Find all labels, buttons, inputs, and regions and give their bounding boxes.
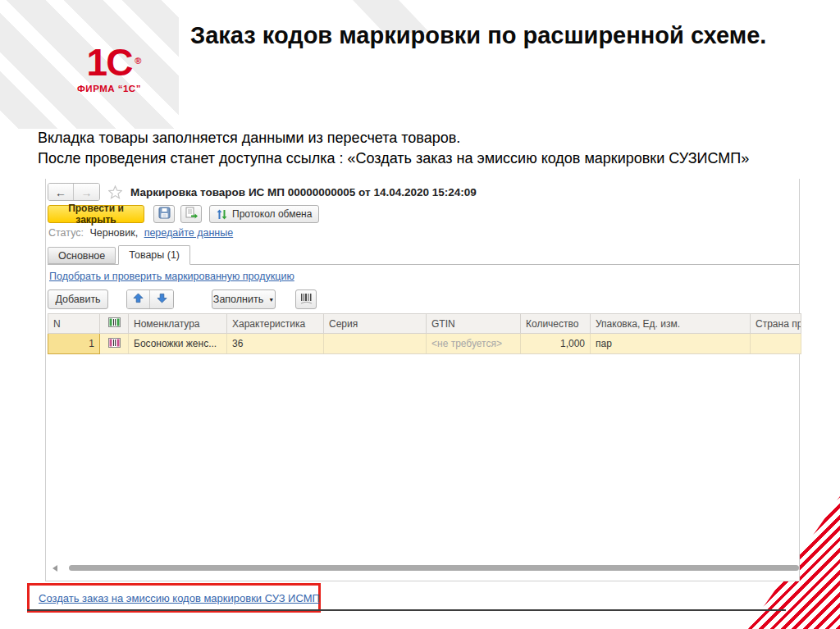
tab-main-label: Основное	[58, 250, 105, 262]
post-document-icon	[185, 207, 198, 221]
chevron-down-icon: ▼	[268, 297, 274, 303]
exchange-arrows-icon	[217, 209, 227, 220]
window-title: Маркировка товаров ИС МП 00000000005 от …	[130, 186, 477, 198]
cell-gtin[interactable]: <не требуется>	[427, 334, 521, 354]
arrow-up-icon	[133, 293, 144, 306]
forward-arrow-icon: →	[81, 186, 93, 199]
post-and-close-button[interactable]: Провести и закрыть	[48, 205, 144, 223]
toolbar: Провести и закрыть Протокол обмена	[48, 204, 319, 224]
tabs-bar: Основное Товары (1)	[48, 245, 799, 265]
cell-unit[interactable]: пар	[591, 334, 751, 354]
annotation-red-box: Создать заказ на эмиссию кодов маркировк…	[27, 583, 321, 613]
header-marking-icon-cell	[100, 314, 129, 334]
exchange-protocol-label: Протокол обмена	[232, 208, 312, 220]
nav-button-group: ← →	[48, 183, 100, 201]
cell-quantity[interactable]: 1,000	[521, 334, 591, 354]
cell-characteristic[interactable]: 36	[227, 334, 324, 354]
move-down-button[interactable]	[150, 290, 173, 308]
fill-button[interactable]: Заполнить ▼	[212, 289, 276, 309]
logo-mark-text: 1С	[87, 41, 132, 84]
logo-firm-text: ФИРМА “1С”	[64, 84, 154, 93]
scroll-left-arrow-icon[interactable]	[52, 565, 57, 572]
header-packaging-unit: Упаковка, Ед. изм.	[591, 314, 751, 334]
horizontal-scrollbar[interactable]	[48, 563, 799, 573]
move-up-button[interactable]	[127, 290, 150, 308]
tab-main[interactable]: Основное	[48, 247, 116, 264]
command-bar: Добавить Заполнить ▼	[48, 289, 317, 310]
arrow-down-icon	[157, 293, 167, 306]
move-button-group	[126, 289, 174, 309]
back-arrow-icon: ←	[55, 186, 66, 199]
header-gtin: GTIN	[427, 314, 521, 334]
tab-goods-label: Товары (1)	[129, 249, 180, 261]
table-header-row: N Номенклатура Характеристика Серия GTIN…	[48, 314, 801, 334]
slide: 1С® ФИРМА “1С” Заказ кодов маркировки по…	[0, 0, 840, 629]
send-data-link[interactable]: передайте данные	[144, 227, 234, 239]
header-characteristic: Характеристика	[227, 314, 324, 334]
header-country: Страна пр	[751, 314, 801, 334]
tab-goods[interactable]: Товары (1)	[118, 245, 190, 265]
logo-mark: 1С®	[87, 43, 132, 82]
create-emission-order-link[interactable]: Создать заказ на эмиссию кодов маркировк…	[39, 592, 320, 604]
post-document-button[interactable]	[180, 205, 202, 223]
marking-code-green-icon	[108, 318, 121, 330]
logo-1c: 1С® ФИРМА “1С”	[64, 43, 154, 93]
cell-marking-icon[interactable]	[100, 334, 129, 354]
status-label: Статус:	[48, 227, 84, 239]
header-nomenclature: Номенклатура	[129, 314, 227, 334]
cell-nomenclature[interactable]: Босоножки женс...	[129, 334, 227, 354]
forward-button[interactable]: →	[74, 184, 99, 201]
barcode-scan-button[interactable]	[295, 289, 317, 309]
pick-and-check-link[interactable]: Подобрать и проверить маркированную прод…	[49, 271, 294, 282]
slide-title: Заказ кодов маркировки по расширенной сх…	[190, 20, 797, 52]
cell-series[interactable]	[324, 334, 427, 354]
status-row: Статус: Черновик, передайте данные	[48, 227, 233, 239]
back-button[interactable]: ←	[48, 184, 74, 201]
marking-code-pink-icon	[108, 339, 121, 350]
bottom-divider-line	[27, 609, 786, 611]
intro-line-2: После проведения станет доступна ссылка …	[38, 148, 749, 169]
header-quantity: Количество	[521, 314, 591, 334]
barcode-icon	[299, 293, 313, 307]
logo-registered-icon: ®	[135, 41, 141, 80]
save-button[interactable]	[153, 205, 175, 223]
app-window: ← → Маркировка товаров ИС МП 00000000005…	[45, 179, 800, 581]
scrollbar-thumb[interactable]	[69, 565, 799, 571]
header-series: Серия	[324, 314, 427, 334]
status-value: Черновик,	[89, 227, 138, 239]
fill-label: Заполнить	[213, 294, 263, 305]
header-n: N	[48, 314, 100, 334]
nav-row: ← → Маркировка товаров ИС МП 00000000005…	[48, 182, 477, 202]
post-and-close-label: Провести и закрыть	[48, 203, 144, 226]
table-row[interactable]: 1 Босоножки женс... 36 <не требуется> 1,…	[48, 334, 801, 354]
pick-row: Подобрать и проверить маркированную прод…	[49, 271, 294, 282]
add-button[interactable]: Добавить	[48, 289, 108, 309]
save-floppy-icon	[158, 207, 171, 221]
exchange-protocol-button[interactable]: Протокол обмена	[209, 205, 319, 223]
favorite-star-icon[interactable]	[108, 185, 122, 199]
goods-table: N Номенклатура Характеристика Серия GTIN…	[48, 313, 801, 354]
add-label: Добавить	[55, 294, 100, 305]
cell-n[interactable]: 1	[48, 334, 100, 354]
intro-line-1: Вкладка товары заполняется данными из пе…	[38, 128, 460, 148]
cell-country[interactable]	[751, 334, 801, 354]
